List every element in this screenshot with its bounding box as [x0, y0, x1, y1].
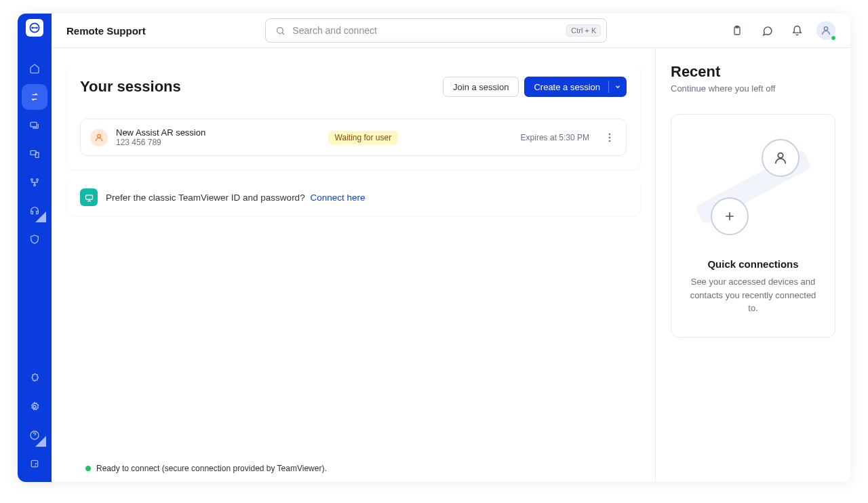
session-row[interactable]: New Assist AR session 123 456 789 Waitin… — [80, 119, 627, 156]
chat-button[interactable] — [757, 20, 777, 41]
session-menu-button[interactable] — [603, 133, 616, 142]
page-title: Remote Support — [66, 25, 146, 37]
header: Remote Support Ctrl + K — [52, 14, 850, 47]
nav-remote-support[interactable] — [22, 84, 47, 110]
user-icon — [773, 150, 788, 165]
user-icon — [94, 133, 104, 142]
svg-point-4 — [31, 179, 33, 181]
svg-point-15 — [609, 133, 611, 135]
classic-icon-badge — [80, 188, 98, 206]
svg-point-13 — [824, 27, 827, 31]
user-icon — [821, 25, 831, 36]
recent-panel: Recent Continue where you left off — [655, 48, 850, 482]
chevron-down-icon — [614, 83, 621, 90]
nav-workflows[interactable] — [22, 169, 47, 195]
search-box[interactable]: Ctrl + K — [265, 18, 607, 43]
svg-point-6 — [34, 184, 36, 186]
nav-help[interactable] — [22, 422, 47, 448]
svg-point-14 — [98, 134, 101, 138]
devices-icon — [29, 148, 40, 159]
status-indicator — [85, 466, 91, 471]
note-icon — [29, 458, 40, 469]
nav-security[interactable] — [22, 226, 47, 252]
quick-title: Quick connections — [685, 258, 821, 270]
svg-point-5 — [37, 179, 39, 181]
session-id: 123 456 789 — [116, 138, 205, 147]
user-avatar[interactable] — [816, 21, 835, 40]
create-session-dropdown[interactable] — [609, 77, 627, 97]
transfer-icon — [29, 92, 40, 102]
quick-description: See your accessed devices and contacts y… — [685, 275, 821, 315]
svg-rect-18 — [85, 195, 92, 199]
gear-icon — [29, 401, 40, 412]
svg-point-17 — [609, 140, 611, 142]
shortcut-hint: Ctrl + K — [566, 24, 601, 37]
clipboard-button[interactable] — [727, 20, 747, 41]
svg-point-16 — [609, 136, 611, 138]
search-icon — [275, 26, 285, 36]
svg-point-10 — [277, 27, 283, 33]
join-session-button[interactable]: Join a session — [443, 77, 519, 97]
session-name: New Assist AR session — [116, 127, 205, 138]
kebab-icon — [608, 133, 611, 142]
notifications-button[interactable] — [787, 20, 807, 41]
session-expires: Expires at 5:30 PM — [521, 133, 589, 142]
nav-devices[interactable] — [22, 141, 47, 167]
quick-connections-card: Quick connections See your accessed devi… — [671, 114, 835, 338]
branch-icon — [29, 177, 40, 188]
svg-rect-1 — [31, 122, 37, 127]
bell-icon — [791, 25, 803, 37]
session-status-badge: Waiting for user — [328, 131, 399, 144]
clipboard-icon — [732, 25, 743, 36]
nav-settings[interactable] — [22, 394, 47, 420]
app-logo[interactable] — [26, 19, 43, 37]
recent-title: Recent — [671, 63, 835, 81]
sessions-card: Your sessions Join a session Create a se… — [66, 63, 640, 169]
status-text: Ready to connect (secure connection prov… — [96, 464, 327, 473]
sidebar — [18, 14, 52, 482]
home-icon — [29, 63, 40, 74]
search-input[interactable] — [292, 25, 559, 36]
recent-subtitle: Continue where you left off — [671, 83, 835, 94]
session-avatar — [90, 129, 108, 146]
chat-icon — [29, 120, 40, 131]
plus-icon — [723, 209, 736, 223]
nav-home[interactable] — [22, 56, 47, 81]
connect-here-link[interactable]: Connect here — [310, 193, 365, 203]
svg-point-7 — [33, 405, 36, 408]
sessions-title: Your sessions — [80, 78, 181, 96]
message-icon — [762, 25, 773, 37]
submenu-indicator-icon — [35, 436, 46, 447]
shield-icon — [29, 234, 40, 245]
status-bar: Ready to connect (secure connection prov… — [66, 462, 640, 475]
nav-integrations[interactable] — [22, 365, 47, 391]
classic-text: Prefer the classic TeamViewer ID and pas… — [106, 193, 365, 203]
teamviewer-logo-icon — [29, 22, 40, 33]
quick-illustration — [685, 136, 821, 238]
puzzle-icon — [29, 373, 40, 384]
svg-point-19 — [778, 153, 783, 158]
nav-messages[interactable] — [22, 113, 47, 138]
create-session-split-button: Create a session — [524, 77, 627, 97]
connect-icon — [84, 193, 94, 203]
nav-support[interactable] — [22, 198, 47, 224]
nav-feedback[interactable] — [22, 451, 47, 477]
submenu-indicator-icon — [35, 212, 46, 222]
presence-indicator — [831, 35, 836, 41]
classic-connect-card: Prefer the classic TeamViewer ID and pas… — [66, 179, 640, 216]
create-session-button[interactable]: Create a session — [524, 77, 608, 97]
